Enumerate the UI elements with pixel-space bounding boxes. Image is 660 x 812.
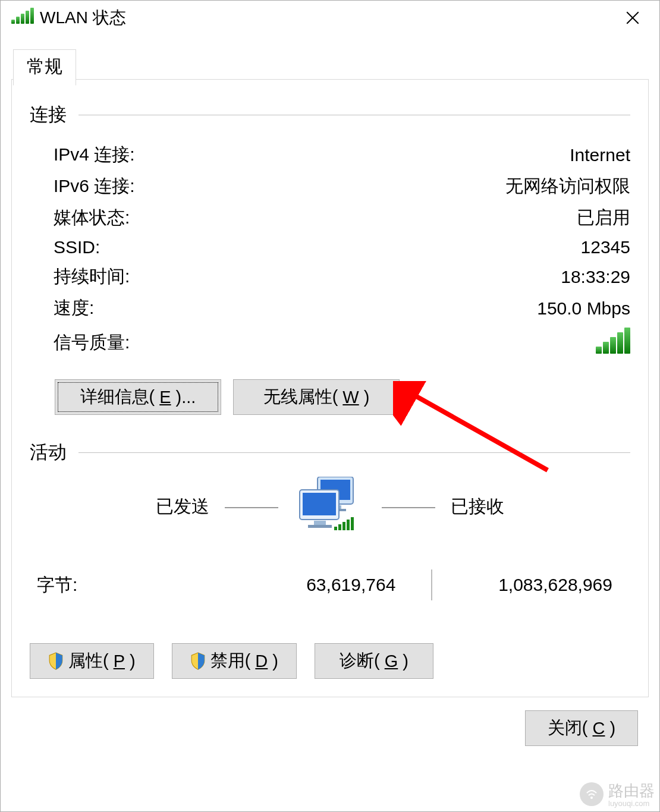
ipv4-value: Internet	[570, 145, 630, 165]
diagnose-suffix: )	[403, 652, 408, 671]
disable-prefix: 禁用(	[210, 649, 251, 673]
duration-label: 持续时间:	[54, 265, 130, 289]
activity-sent-side: 已发送	[56, 495, 297, 519]
diagnose-prefix: 诊断(	[340, 649, 380, 673]
window-close-button[interactable]	[606, 1, 659, 35]
svg-rect-9	[308, 525, 332, 528]
row-ipv6: IPv6 连接: 无网络访问权限	[54, 171, 630, 202]
diagnose-key: G	[385, 652, 398, 671]
signal-label: 信号质量:	[54, 331, 130, 355]
section-connection-head: 连接	[30, 102, 630, 127]
close-icon	[625, 10, 640, 26]
ipv6-value: 无网络访问权限	[505, 174, 630, 199]
line-segment	[225, 507, 278, 508]
diagnose-button[interactable]: 诊断(G)	[315, 643, 433, 679]
shield-icon	[48, 652, 64, 670]
activity-buttons: 属性(P) 禁用(D) 诊断(G)	[30, 643, 630, 679]
duration-value: 18:33:29	[561, 267, 630, 287]
activity-diagram: 已发送	[30, 477, 630, 536]
connection-block: IPv4 连接: Internet IPv6 连接: 无网络访问权限 媒体状态:…	[30, 139, 630, 361]
line-segment	[382, 507, 435, 508]
speed-label: 速度:	[54, 296, 94, 320]
row-speed: 速度: 150.0 Mbps	[54, 292, 630, 324]
row-ipv4: IPv4 连接: Internet	[54, 139, 630, 171]
signal-quality-icon	[596, 328, 630, 358]
tab-general-label: 常规	[27, 56, 62, 76]
details-button[interactable]: 详细信息(E)...	[55, 379, 221, 415]
bytes-row: 字节: 63,619,764 1,083,628,969	[30, 569, 630, 600]
watermark-text-wrap: 路由器 luyouqi.com	[608, 780, 655, 808]
watermark-subtext: luyouqi.com	[608, 799, 655, 808]
properties-suffix: )	[130, 652, 136, 671]
wireless-button-key: W	[342, 388, 359, 407]
bytes-recv-value: 1,083,628,969	[432, 575, 630, 595]
disable-suffix: )	[272, 652, 278, 671]
section-activity-head: 活动	[30, 440, 630, 465]
titlebar-left: WLAN 状态	[11, 7, 126, 29]
bytes-sent-value: 63,619,764	[234, 575, 432, 595]
disable-key: D	[255, 652, 268, 671]
wireless-button-prefix: 无线属性(	[263, 385, 338, 409]
watermark-text: 路由器	[608, 782, 655, 800]
wifi-signal-icon	[11, 8, 34, 28]
details-button-suffix: )...	[176, 388, 196, 407]
ssid-label: SSID:	[54, 237, 100, 257]
properties-button[interactable]: 属性(P)	[30, 643, 154, 679]
svg-rect-8	[314, 521, 326, 525]
svg-rect-7	[303, 493, 336, 515]
wireless-properties-button[interactable]: 无线属性(W)	[233, 379, 400, 415]
svg-point-17	[590, 797, 593, 799]
ipv4-label: IPv4 连接:	[54, 143, 135, 167]
svg-rect-11	[338, 524, 341, 530]
divider	[78, 115, 630, 115]
svg-rect-10	[334, 527, 337, 530]
sent-label: 已发送	[156, 496, 209, 516]
wireless-button-suffix: )	[364, 388, 370, 407]
dialog-footer: 关闭(C)	[1, 697, 659, 746]
svg-rect-14	[351, 517, 354, 530]
close-key: C	[593, 719, 605, 738]
media-value: 已启用	[577, 206, 630, 230]
close-suffix: )	[609, 719, 615, 738]
window-title: WLAN 状态	[40, 7, 126, 29]
details-button-key: E	[159, 388, 171, 407]
disable-button[interactable]: 禁用(D)	[172, 643, 297, 679]
ipv6-label: IPv6 连接:	[54, 174, 135, 199]
row-signal: 信号质量:	[54, 324, 630, 361]
bytes-label: 字节:	[36, 573, 234, 597]
tab-panel-general: 连接 IPv4 连接: Internet IPv6 连接: 无网络访问权限 媒体…	[11, 79, 649, 697]
section-connection-title: 连接	[30, 102, 67, 127]
network-monitors-icon	[297, 477, 363, 536]
properties-key: P	[114, 652, 125, 671]
svg-rect-13	[347, 520, 350, 530]
row-media: 媒体状态: 已启用	[54, 202, 630, 234]
recv-label: 已接收	[451, 496, 504, 516]
close-prefix: 关闭(	[548, 716, 588, 740]
watermark: 路由器 luyouqi.com	[580, 780, 655, 808]
properties-prefix: 属性(	[68, 649, 109, 673]
row-duration: 持续时间: 18:33:29	[54, 261, 630, 292]
row-ssid: SSID: 12345	[54, 234, 630, 261]
watermark-icon	[580, 782, 604, 806]
close-button[interactable]: 关闭(C)	[525, 710, 638, 746]
divider	[78, 452, 630, 453]
connection-buttons: 详细信息(E)... 无线属性(W)	[30, 367, 630, 415]
dialog-window: WLAN 状态 常规 连接 IPv4 连接: Internet IPv6 连接:…	[0, 0, 660, 812]
activity-section: 活动 已发送	[30, 440, 630, 679]
activity-recv-side: 已接收	[363, 495, 604, 519]
tab-strip: 常规	[11, 49, 649, 79]
details-button-prefix: 详细信息(	[80, 385, 155, 409]
section-activity-title: 活动	[30, 440, 67, 465]
media-label: 媒体状态:	[54, 206, 130, 230]
ssid-value: 12345	[581, 237, 630, 257]
speed-value: 150.0 Mbps	[537, 298, 630, 319]
tab-general[interactable]: 常规	[13, 49, 76, 86]
titlebar: WLAN 状态	[1, 1, 659, 35]
shield-icon	[190, 652, 206, 670]
svg-rect-12	[342, 522, 345, 530]
